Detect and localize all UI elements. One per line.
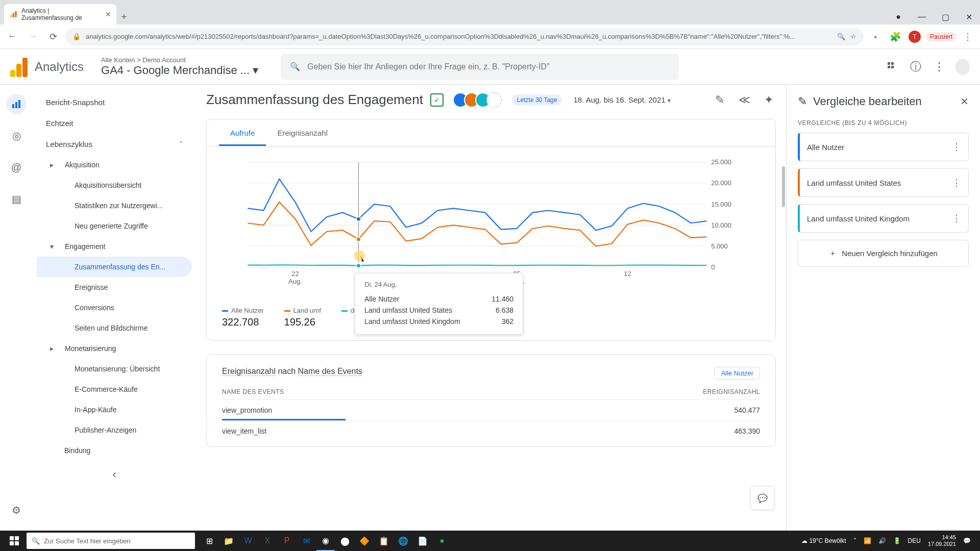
forward-button[interactable]: → bbox=[24, 29, 41, 45]
tab-event-count[interactable]: Ereignisanzahl bbox=[266, 119, 338, 146]
tray-network-icon[interactable]: 📶 bbox=[864, 537, 871, 544]
date-range-picker[interactable]: 18. Aug. bis 16. Sept. 2021 bbox=[573, 95, 670, 104]
tab-views[interactable]: Aufrufe bbox=[219, 119, 266, 146]
profile-paused-badge[interactable]: Pausiert bbox=[926, 32, 957, 41]
account-dot[interactable]: ● bbox=[887, 9, 910, 24]
property-selector[interactable]: GA4 - Google Merchandise ...▾ bbox=[101, 64, 258, 77]
nav-acq-overview[interactable]: Akquisitionsübersicht bbox=[37, 175, 192, 195]
tray-volume-icon[interactable]: 🔊 bbox=[878, 537, 886, 544]
line-chart[interactable]: 05.00010.00015.00020.00025.00022Aug.05Se… bbox=[222, 157, 760, 289]
customize-icon[interactable]: ✎ bbox=[713, 93, 727, 107]
tray-notifications-icon[interactable]: 💬 bbox=[963, 537, 971, 544]
comparison-card[interactable]: Land umfasst United Kingdom⋮ bbox=[798, 204, 969, 233]
user-avatar[interactable] bbox=[955, 60, 970, 74]
back-button[interactable]: ← bbox=[4, 29, 20, 45]
rail-advertising-icon[interactable]: @ bbox=[6, 157, 27, 178]
reload-button[interactable]: ⟳ bbox=[45, 29, 61, 45]
explorer-icon[interactable]: 📁 bbox=[219, 531, 238, 551]
tab-close-icon[interactable]: ✕ bbox=[105, 10, 111, 18]
segment-pill[interactable]: Alle Nutzer bbox=[714, 367, 760, 380]
rail-explore-icon[interactable]: ◎ bbox=[6, 126, 27, 146]
svg-rect-12 bbox=[18, 100, 20, 108]
tray-clock[interactable]: 14:4517.09.2021 bbox=[928, 534, 956, 547]
feedback-button[interactable]: 💬 bbox=[750, 486, 775, 510]
nav-monetization[interactable]: ▸Monetarisierung bbox=[37, 338, 192, 359]
nav-monet-overview[interactable]: Monetarisierung: Übersicht bbox=[37, 359, 192, 379]
app-search[interactable]: 🔍 bbox=[281, 54, 679, 80]
search-input[interactable] bbox=[307, 62, 670, 71]
analytics-logo[interactable] bbox=[10, 57, 28, 77]
excel-icon[interactable]: X bbox=[258, 531, 277, 551]
minimize-button[interactable]: — bbox=[911, 9, 933, 24]
nav-ecommerce[interactable]: E-Commerce-Käufe bbox=[37, 379, 192, 399]
scrollbar-thumb[interactable] bbox=[782, 166, 785, 207]
nav-acq-stats[interactable]: Statistiken zur Nutzergewi... bbox=[37, 195, 192, 216]
new-tab-button[interactable]: + bbox=[116, 9, 132, 24]
breadcrumb[interactable]: Alle Konten > Demo Account bbox=[101, 56, 258, 64]
comparison-card[interactable]: Land umfasst United States⋮ bbox=[798, 168, 969, 197]
apps-grid-icon[interactable] bbox=[885, 60, 899, 74]
spotify-icon[interactable]: ● bbox=[433, 531, 451, 551]
table-row[interactable]: view_promotion540.477 bbox=[222, 399, 760, 420]
tray-chevron-icon[interactable]: ˄ bbox=[853, 537, 856, 544]
nav-engagement[interactable]: ▾Engagement bbox=[37, 236, 192, 257]
rail-reports-icon[interactable] bbox=[6, 94, 27, 114]
nav-pages[interactable]: Seiten und Bildschirme bbox=[37, 318, 192, 338]
url-bar[interactable]: 🔒 analytics.google.com/analytics/web/#/p… bbox=[65, 28, 864, 45]
nav-report-snapshot[interactable]: Bericht-Snapshot bbox=[37, 92, 192, 113]
profile-avatar[interactable]: T bbox=[906, 29, 923, 45]
browser-tab[interactable]: Analytics | Zusammenfassung de ✕ bbox=[4, 4, 116, 24]
task-view-icon[interactable]: ⊞ bbox=[200, 531, 218, 551]
tray-language[interactable]: DEU bbox=[908, 537, 921, 544]
zoom-icon[interactable]: 🔍 bbox=[837, 33, 845, 40]
metric-tabs: Aufrufe Ereignisanzahl bbox=[207, 119, 775, 146]
app-icon-1[interactable]: 🔶 bbox=[355, 531, 374, 551]
extensions-icon[interactable]: 🧩 bbox=[887, 29, 903, 45]
mail-icon[interactable]: ✉ bbox=[297, 531, 315, 551]
nav-publisher[interactable]: Publisher-Anzeigen bbox=[37, 420, 192, 440]
word-icon[interactable]: W bbox=[239, 531, 257, 551]
taskbar-search[interactable]: 🔍Zur Suche Text hier eingeben bbox=[27, 533, 195, 549]
nav-acquisition[interactable]: ▸Akquisition bbox=[37, 155, 192, 175]
chart-area[interactable]: 05.00010.00015.00020.00025.00022Aug.05Se… bbox=[207, 146, 775, 307]
edge-icon[interactable]: 🌐 bbox=[394, 531, 412, 551]
nav-realtime[interactable]: Echtzeit bbox=[37, 113, 192, 134]
start-button[interactable] bbox=[4, 531, 24, 551]
insights-icon[interactable]: ✦ bbox=[762, 93, 776, 107]
collapse-sidebar-button[interactable]: ‹ bbox=[37, 463, 192, 486]
nav-conversions[interactable]: Conversions bbox=[37, 297, 192, 318]
translate-icon[interactable]: ⭑ bbox=[868, 29, 884, 45]
notepad-icon[interactable]: 📄 bbox=[413, 531, 432, 551]
tray-battery-icon[interactable]: 🔋 bbox=[893, 537, 901, 544]
date-preset-chip[interactable]: Letzte 30 Tage bbox=[512, 94, 562, 106]
rail-configure-icon[interactable]: ▤ bbox=[6, 189, 27, 209]
kebab-icon[interactable]: ⋮ bbox=[952, 213, 961, 224]
weather-widget[interactable]: ☁ 19°C Bewölkt bbox=[801, 537, 846, 544]
comparison-card[interactable]: Alle Nutzer⋮ bbox=[798, 133, 969, 161]
nav-acq-new[interactable]: Neu generierte Zugriffe bbox=[37, 216, 192, 236]
powerpoint-icon[interactable]: P bbox=[278, 531, 296, 551]
rail-admin-icon[interactable]: ⚙ bbox=[6, 500, 27, 520]
verified-badge-icon[interactable]: ✓ bbox=[430, 93, 444, 107]
close-panel-button[interactable]: ✕ bbox=[960, 95, 969, 108]
nav-retention[interactable]: Bindung bbox=[37, 440, 192, 461]
add-comparison-button[interactable]: ＋Neuen Vergleich hinzufügen bbox=[798, 240, 969, 267]
share-icon[interactable]: ≪ bbox=[737, 93, 751, 107]
close-window-button[interactable]: ✕ bbox=[958, 9, 980, 24]
kebab-icon[interactable]: ⋮ bbox=[952, 141, 961, 153]
obs-icon[interactable]: ⬤ bbox=[336, 531, 354, 551]
maximize-button[interactable]: ▢ bbox=[934, 9, 957, 24]
chrome-icon[interactable]: ◉ bbox=[316, 531, 335, 551]
app-icon-2[interactable]: 📋 bbox=[375, 531, 393, 551]
nav-inapp[interactable]: In-App-Käufe bbox=[37, 399, 192, 420]
chip-add[interactable] bbox=[486, 92, 502, 108]
table-row[interactable]: view_item_list463.390 bbox=[222, 420, 760, 441]
nav-events[interactable]: Ereignisse bbox=[37, 277, 192, 297]
nav-lifecycle-group[interactable]: Lebenszyklus˄ bbox=[37, 134, 192, 155]
kebab-menu-icon[interactable]: ⋮ bbox=[932, 60, 946, 74]
browser-menu-icon[interactable]: ⋮ bbox=[960, 29, 976, 45]
help-icon[interactable]: ⓘ bbox=[909, 60, 923, 74]
kebab-icon[interactable]: ⋮ bbox=[952, 177, 961, 188]
nav-engagement-summary[interactable]: Zusammenfassung des En... bbox=[37, 257, 192, 277]
star-icon[interactable]: ☆ bbox=[850, 33, 856, 40]
